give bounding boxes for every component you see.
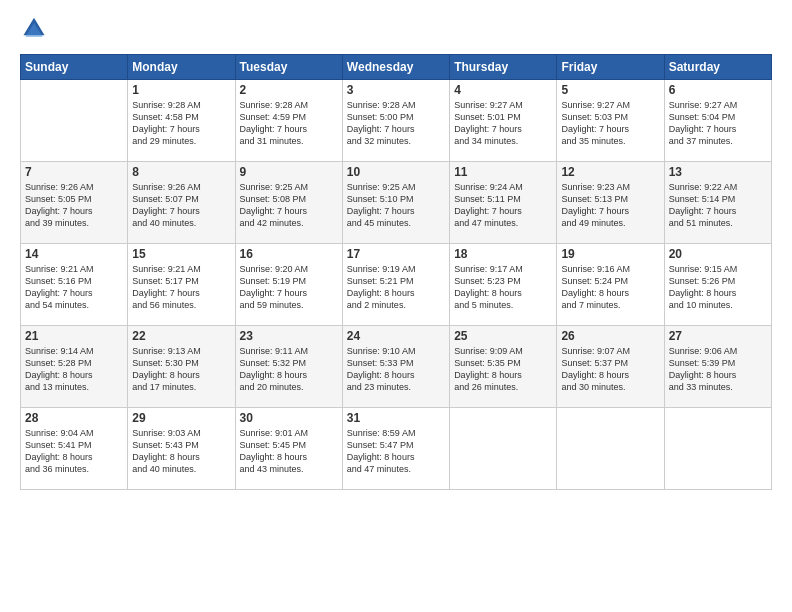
calendar-cell: 4Sunrise: 9:27 AM Sunset: 5:01 PM Daylig… <box>450 80 557 162</box>
day-number: 12 <box>561 165 659 179</box>
calendar-cell <box>557 408 664 490</box>
cell-info: Sunrise: 9:06 AM Sunset: 5:39 PM Dayligh… <box>669 345 767 394</box>
day-number: 18 <box>454 247 552 261</box>
calendar-header-tuesday: Tuesday <box>235 55 342 80</box>
calendar-cell: 24Sunrise: 9:10 AM Sunset: 5:33 PM Dayli… <box>342 326 449 408</box>
day-number: 9 <box>240 165 338 179</box>
calendar-cell: 22Sunrise: 9:13 AM Sunset: 5:30 PM Dayli… <box>128 326 235 408</box>
day-number: 26 <box>561 329 659 343</box>
calendar-cell: 30Sunrise: 9:01 AM Sunset: 5:45 PM Dayli… <box>235 408 342 490</box>
calendar-cell: 20Sunrise: 9:15 AM Sunset: 5:26 PM Dayli… <box>664 244 771 326</box>
calendar-cell: 2Sunrise: 9:28 AM Sunset: 4:59 PM Daylig… <box>235 80 342 162</box>
cell-info: Sunrise: 9:04 AM Sunset: 5:41 PM Dayligh… <box>25 427 123 476</box>
day-number: 16 <box>240 247 338 261</box>
cell-info: Sunrise: 9:07 AM Sunset: 5:37 PM Dayligh… <box>561 345 659 394</box>
cell-info: Sunrise: 9:17 AM Sunset: 5:23 PM Dayligh… <box>454 263 552 312</box>
cell-info: Sunrise: 9:19 AM Sunset: 5:21 PM Dayligh… <box>347 263 445 312</box>
cell-info: Sunrise: 9:28 AM Sunset: 4:59 PM Dayligh… <box>240 99 338 148</box>
day-number: 21 <box>25 329 123 343</box>
cell-info: Sunrise: 9:27 AM Sunset: 5:04 PM Dayligh… <box>669 99 767 148</box>
calendar-header-saturday: Saturday <box>664 55 771 80</box>
day-number: 7 <box>25 165 123 179</box>
day-number: 31 <box>347 411 445 425</box>
calendar-cell: 26Sunrise: 9:07 AM Sunset: 5:37 PM Dayli… <box>557 326 664 408</box>
day-number: 15 <box>132 247 230 261</box>
calendar-cell: 25Sunrise: 9:09 AM Sunset: 5:35 PM Dayli… <box>450 326 557 408</box>
calendar-header-friday: Friday <box>557 55 664 80</box>
calendar-cell <box>21 80 128 162</box>
calendar-table: SundayMondayTuesdayWednesdayThursdayFrid… <box>20 54 772 490</box>
calendar-cell <box>664 408 771 490</box>
calendar-week-row: 14Sunrise: 9:21 AM Sunset: 5:16 PM Dayli… <box>21 244 772 326</box>
cell-info: Sunrise: 9:09 AM Sunset: 5:35 PM Dayligh… <box>454 345 552 394</box>
calendar-cell: 3Sunrise: 9:28 AM Sunset: 5:00 PM Daylig… <box>342 80 449 162</box>
day-number: 8 <box>132 165 230 179</box>
cell-info: Sunrise: 9:28 AM Sunset: 5:00 PM Dayligh… <box>347 99 445 148</box>
calendar-cell: 12Sunrise: 9:23 AM Sunset: 5:13 PM Dayli… <box>557 162 664 244</box>
cell-info: Sunrise: 9:10 AM Sunset: 5:33 PM Dayligh… <box>347 345 445 394</box>
calendar-cell: 7Sunrise: 9:26 AM Sunset: 5:05 PM Daylig… <box>21 162 128 244</box>
calendar-week-row: 28Sunrise: 9:04 AM Sunset: 5:41 PM Dayli… <box>21 408 772 490</box>
calendar-cell: 8Sunrise: 9:26 AM Sunset: 5:07 PM Daylig… <box>128 162 235 244</box>
day-number: 29 <box>132 411 230 425</box>
logo <box>20 16 52 44</box>
calendar-cell: 16Sunrise: 9:20 AM Sunset: 5:19 PM Dayli… <box>235 244 342 326</box>
calendar-cell: 1Sunrise: 9:28 AM Sunset: 4:58 PM Daylig… <box>128 80 235 162</box>
day-number: 13 <box>669 165 767 179</box>
calendar-cell: 29Sunrise: 9:03 AM Sunset: 5:43 PM Dayli… <box>128 408 235 490</box>
cell-info: Sunrise: 9:14 AM Sunset: 5:28 PM Dayligh… <box>25 345 123 394</box>
cell-info: Sunrise: 9:15 AM Sunset: 5:26 PM Dayligh… <box>669 263 767 312</box>
header <box>20 16 772 44</box>
calendar-cell: 10Sunrise: 9:25 AM Sunset: 5:10 PM Dayli… <box>342 162 449 244</box>
calendar-cell: 13Sunrise: 9:22 AM Sunset: 5:14 PM Dayli… <box>664 162 771 244</box>
calendar-header-row: SundayMondayTuesdayWednesdayThursdayFrid… <box>21 55 772 80</box>
cell-info: Sunrise: 9:24 AM Sunset: 5:11 PM Dayligh… <box>454 181 552 230</box>
calendar-cell: 18Sunrise: 9:17 AM Sunset: 5:23 PM Dayli… <box>450 244 557 326</box>
calendar-cell: 23Sunrise: 9:11 AM Sunset: 5:32 PM Dayli… <box>235 326 342 408</box>
calendar-week-row: 1Sunrise: 9:28 AM Sunset: 4:58 PM Daylig… <box>21 80 772 162</box>
day-number: 5 <box>561 83 659 97</box>
calendar-cell: 19Sunrise: 9:16 AM Sunset: 5:24 PM Dayli… <box>557 244 664 326</box>
cell-info: Sunrise: 9:01 AM Sunset: 5:45 PM Dayligh… <box>240 427 338 476</box>
cell-info: Sunrise: 9:13 AM Sunset: 5:30 PM Dayligh… <box>132 345 230 394</box>
calendar-cell: 11Sunrise: 9:24 AM Sunset: 5:11 PM Dayli… <box>450 162 557 244</box>
day-number: 6 <box>669 83 767 97</box>
cell-info: Sunrise: 9:20 AM Sunset: 5:19 PM Dayligh… <box>240 263 338 312</box>
day-number: 11 <box>454 165 552 179</box>
calendar-cell: 21Sunrise: 9:14 AM Sunset: 5:28 PM Dayli… <box>21 326 128 408</box>
calendar-cell: 17Sunrise: 9:19 AM Sunset: 5:21 PM Dayli… <box>342 244 449 326</box>
day-number: 24 <box>347 329 445 343</box>
day-number: 17 <box>347 247 445 261</box>
day-number: 25 <box>454 329 552 343</box>
calendar-cell: 28Sunrise: 9:04 AM Sunset: 5:41 PM Dayli… <box>21 408 128 490</box>
cell-info: Sunrise: 9:22 AM Sunset: 5:14 PM Dayligh… <box>669 181 767 230</box>
calendar-header-sunday: Sunday <box>21 55 128 80</box>
day-number: 20 <box>669 247 767 261</box>
calendar-cell: 15Sunrise: 9:21 AM Sunset: 5:17 PM Dayli… <box>128 244 235 326</box>
calendar-cell: 6Sunrise: 9:27 AM Sunset: 5:04 PM Daylig… <box>664 80 771 162</box>
calendar-cell: 14Sunrise: 9:21 AM Sunset: 5:16 PM Dayli… <box>21 244 128 326</box>
logo-icon <box>20 16 48 44</box>
cell-info: Sunrise: 9:11 AM Sunset: 5:32 PM Dayligh… <box>240 345 338 394</box>
calendar-header-wednesday: Wednesday <box>342 55 449 80</box>
calendar-week-row: 21Sunrise: 9:14 AM Sunset: 5:28 PM Dayli… <box>21 326 772 408</box>
cell-info: Sunrise: 9:21 AM Sunset: 5:16 PM Dayligh… <box>25 263 123 312</box>
cell-info: Sunrise: 9:27 AM Sunset: 5:03 PM Dayligh… <box>561 99 659 148</box>
calendar-cell: 31Sunrise: 8:59 AM Sunset: 5:47 PM Dayli… <box>342 408 449 490</box>
page: SundayMondayTuesdayWednesdayThursdayFrid… <box>0 0 792 612</box>
cell-info: Sunrise: 9:26 AM Sunset: 5:07 PM Dayligh… <box>132 181 230 230</box>
cell-info: Sunrise: 8:59 AM Sunset: 5:47 PM Dayligh… <box>347 427 445 476</box>
cell-info: Sunrise: 9:25 AM Sunset: 5:10 PM Dayligh… <box>347 181 445 230</box>
day-number: 28 <box>25 411 123 425</box>
calendar-header-monday: Monday <box>128 55 235 80</box>
calendar-week-row: 7Sunrise: 9:26 AM Sunset: 5:05 PM Daylig… <box>21 162 772 244</box>
day-number: 4 <box>454 83 552 97</box>
cell-info: Sunrise: 9:25 AM Sunset: 5:08 PM Dayligh… <box>240 181 338 230</box>
calendar-header-thursday: Thursday <box>450 55 557 80</box>
day-number: 10 <box>347 165 445 179</box>
calendar-cell: 5Sunrise: 9:27 AM Sunset: 5:03 PM Daylig… <box>557 80 664 162</box>
cell-info: Sunrise: 9:16 AM Sunset: 5:24 PM Dayligh… <box>561 263 659 312</box>
cell-info: Sunrise: 9:03 AM Sunset: 5:43 PM Dayligh… <box>132 427 230 476</box>
day-number: 23 <box>240 329 338 343</box>
cell-info: Sunrise: 9:23 AM Sunset: 5:13 PM Dayligh… <box>561 181 659 230</box>
